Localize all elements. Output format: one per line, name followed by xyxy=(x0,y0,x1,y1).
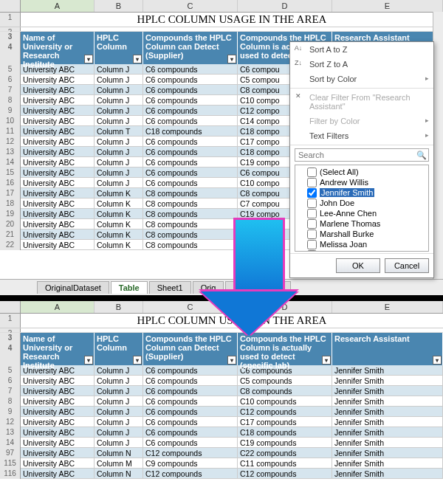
cell-detect-supplier[interactable]: C6 compounds xyxy=(143,386,238,396)
cell-column[interactable]: Column J xyxy=(95,438,143,448)
row-number[interactable]: 8 xyxy=(0,396,21,407)
filter-checkbox[interactable] xyxy=(307,240,317,249)
vertical-scrollbar[interactable] xyxy=(433,12,443,279)
cell-detect-supplier[interactable]: C18 compounds xyxy=(143,126,238,137)
cell-university[interactable]: University ABC xyxy=(21,85,95,95)
filter-checkbox[interactable] xyxy=(307,229,317,239)
tab-sheet1[interactable]: Sheet1 xyxy=(149,281,191,294)
row-number[interactable]: 5 xyxy=(0,64,21,75)
cell-university[interactable]: University ABC xyxy=(21,75,95,85)
row-number[interactable]: 12 xyxy=(0,417,21,427)
filter-button[interactable] xyxy=(133,356,142,365)
cell-detect-supplier[interactable]: C6 compounds xyxy=(143,85,238,95)
cell-university[interactable]: University ABC xyxy=(21,188,95,199)
filter-value-item[interactable]: Marshall Burke xyxy=(297,229,427,239)
row-number[interactable]: 34 xyxy=(0,32,21,64)
row-number[interactable]: 14 xyxy=(0,438,21,448)
row-number[interactable]: 6 xyxy=(0,376,21,386)
cell-research-assistant[interactable]: Jennifer Smith xyxy=(332,396,443,407)
cell-detect-supplier[interactable]: C6 compounds xyxy=(143,75,238,85)
ok-button[interactable]: OK xyxy=(336,258,380,273)
cell-detect-supplier[interactable]: C12 compounds xyxy=(143,469,238,479)
filter-value-item[interactable]: (Select All) xyxy=(297,167,427,177)
filter-value-item[interactable]: John Doe xyxy=(297,198,427,208)
row-number[interactable]: 20 xyxy=(0,219,21,229)
cell-research-assistant[interactable]: Jennifer Smith xyxy=(332,365,443,376)
cell-research-assistant[interactable]: Jennifer Smith xyxy=(332,386,443,396)
row-number[interactable]: 14 xyxy=(0,157,21,168)
cell-column[interactable]: Column J xyxy=(95,386,143,396)
cell-column[interactable]: Column J xyxy=(95,376,143,386)
cell-column[interactable]: Column K xyxy=(95,229,143,240)
row-number[interactable]: 16 xyxy=(0,178,21,188)
filter-button[interactable] xyxy=(84,55,93,63)
cell-detect-lab[interactable]: C10 compounds xyxy=(238,396,332,407)
filter-values-list[interactable]: (Select All) Andrew Willis Jennifer Smit… xyxy=(295,165,429,252)
cell-university[interactable]: University ABC xyxy=(21,469,95,479)
col-letter-a[interactable]: A xyxy=(21,301,95,313)
cell-university[interactable]: University ABC xyxy=(21,209,95,219)
cell-detect-lab[interactable]: C19 compounds xyxy=(238,438,332,448)
cell-detect-supplier[interactable]: C6 compounds xyxy=(143,396,238,407)
cell-detect-supplier[interactable]: C9 compounds xyxy=(143,458,238,469)
row-number[interactable]: 2 xyxy=(0,27,21,31)
cell-detect-supplier[interactable]: C6 compounds xyxy=(143,64,238,75)
cell-university[interactable]: University ABC xyxy=(21,229,95,240)
cell-column[interactable]: Column J xyxy=(95,85,143,95)
col-letter-b[interactable]: B xyxy=(95,0,143,12)
cell-detect-lab[interactable]: C5 compounds xyxy=(238,376,332,386)
cell-detect-lab[interactable]: C12 compounds xyxy=(238,407,332,417)
cell-column[interactable]: Column J xyxy=(95,427,143,438)
cell-university[interactable]: University ABC xyxy=(21,376,95,386)
row-number[interactable]: 10 xyxy=(0,116,21,126)
tab-table[interactable]: Table xyxy=(111,281,148,294)
row-number[interactable]: 22 xyxy=(0,240,21,250)
cell-column[interactable]: Column J xyxy=(95,417,143,427)
cell-column[interactable]: Column N xyxy=(95,448,143,458)
cell-column[interactable]: Column J xyxy=(95,147,143,157)
cell-university[interactable]: University ABC xyxy=(21,126,95,137)
cell-detect-supplier[interactable]: C6 compounds xyxy=(143,95,238,106)
cell-detect-supplier[interactable]: C12 compounds xyxy=(143,448,238,458)
cell-column[interactable]: Column J xyxy=(95,106,143,116)
cell-detect-supplier[interactable]: C6 compounds xyxy=(143,178,238,188)
cell-university[interactable]: University ABC xyxy=(21,137,95,147)
row-number[interactable]: 5 xyxy=(0,365,21,376)
cell-detect-lab[interactable]: C17 compounds xyxy=(238,417,332,427)
cell-column[interactable]: Column J xyxy=(95,365,143,376)
col-letter-b[interactable]: B xyxy=(95,301,143,313)
row-number[interactable]: 12 xyxy=(0,137,21,147)
filter-search-input[interactable] xyxy=(295,151,415,159)
cell-column[interactable]: Column T xyxy=(95,126,143,137)
row-number[interactable]: 21 xyxy=(0,229,21,240)
col-letter-e[interactable]: E xyxy=(332,301,443,313)
cell-detect-lab[interactable]: C11 compounds xyxy=(238,458,332,469)
cell-university[interactable]: University ABC xyxy=(21,106,95,116)
cell-university[interactable]: University ABC xyxy=(21,240,95,250)
col-letter-c[interactable]: C xyxy=(143,0,238,12)
cell-detect-supplier[interactable]: C6 compounds xyxy=(143,365,238,376)
row-number[interactable]: 7 xyxy=(0,386,21,396)
cell-detect-supplier[interactable]: C6 compounds xyxy=(143,407,238,417)
cell-detect-lab[interactable]: C8 compounds xyxy=(238,386,332,396)
filter-value-item[interactable]: Marlene Thomas xyxy=(297,218,427,229)
cell-column[interactable]: Column J xyxy=(95,137,143,147)
cancel-button[interactable]: Cancel xyxy=(385,258,429,273)
filter-checkbox[interactable] xyxy=(307,168,317,177)
select-all-corner[interactable] xyxy=(0,301,21,313)
row-number[interactable]: 13 xyxy=(0,427,21,438)
filter-button[interactable] xyxy=(227,55,236,63)
cell-detect-supplier[interactable]: C6 compounds xyxy=(143,116,238,126)
cell-university[interactable]: University ABC xyxy=(21,116,95,126)
cell-detect-supplier[interactable]: C6 compounds xyxy=(143,168,238,178)
cell-university[interactable]: University ABC xyxy=(21,178,95,188)
filter-checkbox[interactable] xyxy=(307,188,317,198)
cell-university[interactable]: University ABC xyxy=(21,458,95,469)
cell-column[interactable]: Column K xyxy=(95,240,143,250)
filter-button[interactable] xyxy=(322,356,331,365)
filter-button[interactable] xyxy=(133,55,142,63)
cell-detect-lab[interactable]: C12 compounds xyxy=(238,469,332,479)
cell-research-assistant[interactable]: Jennifer Smith xyxy=(332,407,443,417)
filter-checkbox[interactable] xyxy=(307,199,317,208)
cell-university[interactable]: University ABC xyxy=(21,417,95,427)
